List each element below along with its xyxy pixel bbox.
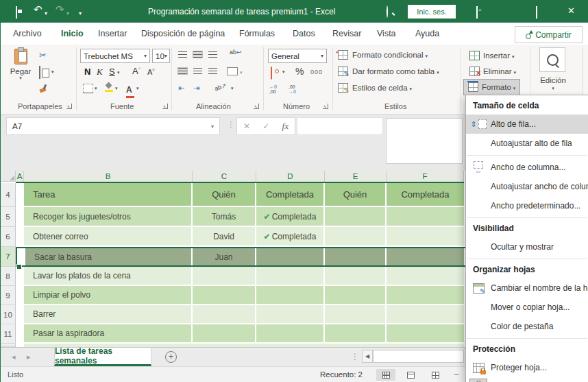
editing-button[interactable]: Edición ▾ — [539, 47, 567, 91]
cell-D10[interactable] — [256, 305, 323, 323]
cell-E5[interactable] — [325, 207, 385, 226]
row-header-5[interactable]: 5 — [1, 207, 16, 227]
view-page-break-button[interactable] — [426, 369, 445, 381]
align-right-icon[interactable] — [208, 68, 217, 74]
menu-item-ancho-predeterminado[interactable]: Ancho predeterminado... — [466, 196, 588, 215]
merge-center-icon[interactable] — [227, 67, 238, 75]
orientation-dropdown-icon[interactable]: ▾ — [231, 86, 234, 91]
font-color-icon[interactable]: A — [126, 83, 134, 98]
underline-button[interactable]: S — [109, 67, 115, 77]
align-center-icon[interactable] — [193, 68, 202, 74]
tabs-resizer[interactable]: ⋮ — [351, 352, 359, 361]
view-normal-button[interactable] — [376, 369, 395, 381]
menu-item-ocultar-y-mostrar[interactable]: Ocultar y mostrar — [466, 237, 588, 256]
cell-D5[interactable]: ✔ Completada — [256, 207, 323, 226]
cell-C4[interactable]: Quién — [193, 183, 255, 206]
font-name-select[interactable]: Trebuchet MS▾ — [80, 49, 150, 63]
cell-C7[interactable]: Juan — [193, 248, 255, 265]
cell-E8[interactable] — [325, 267, 385, 285]
accounting-dropdown-icon[interactable]: ▾ — [282, 69, 285, 75]
delete-cells-button[interactable]: ✕ Eliminar — [465, 64, 520, 79]
cell-E9[interactable] — [325, 286, 385, 304]
cell-C11[interactable] — [193, 324, 255, 342]
tab-revisar[interactable]: Revisar — [332, 23, 361, 45]
cell-D6[interactable]: ✔ Completada — [256, 227, 323, 246]
alignment-dialog-launcher-icon[interactable] — [254, 104, 259, 109]
menu-item-bloquear-celda[interactable]: Bloquear celda — [466, 377, 588, 382]
underline-dropdown-icon[interactable]: ▾ — [117, 70, 120, 75]
tab-disposicion[interactable]: Disposición de página — [141, 23, 225, 45]
sheet-nav-prev-icon[interactable]: ◂ — [12, 353, 16, 361]
cell-D9[interactable] — [256, 286, 323, 304]
tab-formulas[interactable]: Fórmulas — [239, 23, 275, 45]
name-box[interactable]: A7 ▾ — [6, 117, 220, 135]
font-size-select[interactable]: 10▾ — [152, 49, 170, 63]
menu-item-mover-copiar[interactable]: Mover o copiar hoja... — [466, 298, 588, 317]
merge-dropdown-icon[interactable]: ▾ — [240, 70, 243, 75]
cell-B7[interactable]: Sacar la basura — [25, 248, 191, 265]
font-color-dropdown-icon[interactable]: ▾ — [136, 86, 139, 91]
insert-cells-button[interactable]: Insertar — [465, 48, 519, 63]
cell-F4[interactable]: Completada — [387, 183, 464, 206]
redo-icon[interactable]: ↷ — [56, 5, 64, 14]
tab-insertar[interactable]: Insertar — [98, 23, 127, 45]
borders-icon[interactable] — [83, 84, 93, 93]
col-header-C[interactable]: C — [193, 171, 256, 182]
increase-decimal-icon[interactable]: ←0,00 — [269, 84, 277, 94]
cell-F5[interactable] — [387, 207, 464, 226]
decrease-indent-icon[interactable]: ⇤ — [178, 84, 184, 93]
save-icon[interactable] — [16, 8, 17, 17]
menu-item-autoajustar-ancho[interactable]: Autoajustar ancho de columna — [466, 177, 588, 196]
view-page-layout-button[interactable] — [401, 369, 420, 381]
copy-icon[interactable] — [39, 66, 40, 79]
bold-button[interactable]: N — [84, 67, 90, 77]
close-icon[interactable]: ✕ — [567, 6, 575, 16]
sign-in-button[interactable]: Inic. ses. — [408, 5, 456, 19]
wrap-text-icon[interactable]: ab↩ — [230, 49, 242, 56]
decrease-decimal-icon[interactable]: ,00→0 — [289, 84, 296, 94]
copy-dropdown-icon[interactable]: ▾ — [51, 69, 54, 75]
zoom-out-icon[interactable]: – — [454, 370, 458, 378]
cell-F10[interactable] — [387, 305, 464, 323]
row-header-11[interactable]: 11 — [1, 324, 16, 344]
paste-button[interactable]: Pegar ▾ — [9, 49, 32, 81]
hscroll-left-icon[interactable]: ◀ — [362, 350, 373, 363]
cell-D8[interactable] — [256, 267, 323, 285]
col-header-A[interactable]: A — [16, 171, 24, 182]
cell-F9[interactable] — [387, 286, 464, 304]
formula-input[interactable] — [297, 117, 383, 135]
ribbon-display-options-icon[interactable] — [476, 8, 478, 17]
cell-B10[interactable]: Barrer — [24, 305, 191, 323]
sheet-tab-active[interactable]: Lista de tareas semanales — [54, 348, 151, 366]
cell-D7[interactable] — [256, 248, 323, 265]
formula-bar-resizer[interactable]: ⋮ — [227, 120, 235, 130]
tab-ayuda[interactable]: Ayuda — [415, 23, 439, 45]
cell-C5[interactable]: Tomás — [193, 207, 255, 226]
cell-E4[interactable]: Quién — [325, 183, 385, 206]
align-bottom-icon[interactable] — [208, 51, 217, 58]
cell-F7[interactable] — [387, 248, 464, 265]
cancel-entry-icon[interactable]: ✕ — [243, 121, 250, 131]
row-header-9[interactable]: 9 — [1, 286, 16, 305]
cell-F8[interactable] — [387, 267, 464, 285]
fill-handle[interactable] — [16, 264, 22, 270]
cell-D11[interactable] — [256, 324, 323, 342]
align-top-icon[interactable] — [178, 51, 187, 58]
col-header-B[interactable]: B — [24, 171, 193, 182]
menu-item-proteger-hoja[interactable]: Proteger hoja... — [466, 358, 588, 377]
cut-icon[interactable]: ✂ — [39, 50, 47, 60]
row-header-6[interactable]: 6 — [1, 227, 16, 247]
cell-C9[interactable] — [193, 286, 255, 304]
increase-font-button[interactable]: A^ — [132, 66, 140, 76]
cell-F6[interactable] — [387, 227, 464, 246]
borders-dropdown-icon[interactable]: ▾ — [95, 86, 97, 91]
fill-color-dropdown-icon[interactable]: ▾ — [115, 86, 118, 91]
tab-archivo[interactable]: Archivo — [13, 23, 42, 45]
cell-E7[interactable] — [325, 248, 385, 265]
clipboard-dialog-launcher-icon[interactable] — [66, 104, 72, 109]
tab-datos[interactable]: Datos — [293, 23, 315, 45]
new-sheet-icon[interactable]: + — [165, 351, 177, 363]
redo-dropdown-icon[interactable]: ▾ — [66, 9, 69, 19]
comma-style-button[interactable]: 000 — [310, 69, 323, 75]
share-button[interactable]: Compartir — [515, 26, 583, 43]
